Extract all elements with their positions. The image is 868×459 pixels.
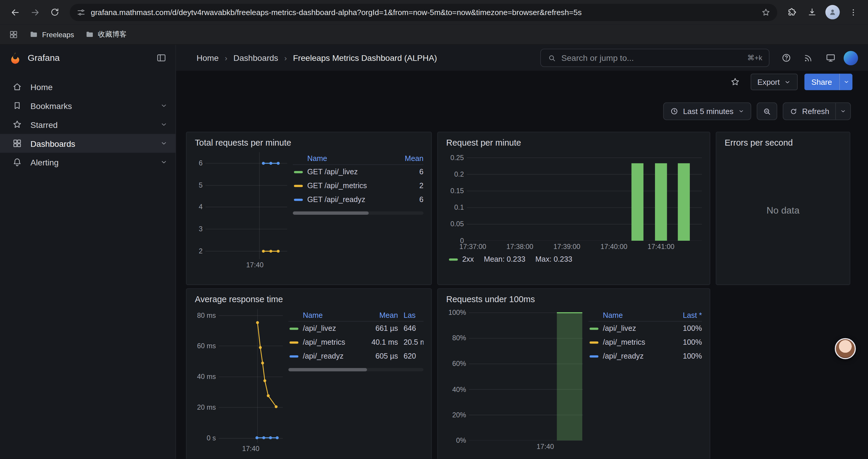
monitor-icon[interactable] (822, 49, 839, 67)
panel-request-per-minute: Request per minute 0.25 0.2 0.15 0.1 0.0… (437, 132, 710, 285)
legend-row[interactable]: GET /api/_livez 6 (293, 165, 423, 179)
x-tick: 17:37:00 (459, 243, 486, 251)
refresh-label: Refresh (802, 107, 829, 116)
bookmark-star-icon[interactable] (761, 7, 771, 17)
sidebar-nav: Home Bookmarks Starred Dashboards (0, 71, 176, 172)
y-tick: 0.1 (454, 204, 464, 211)
sidebar-item-label: Home (30, 82, 53, 92)
y-tick: 20 ms (197, 403, 216, 411)
site-settings-icon[interactable] (76, 7, 86, 17)
apps-grid-icon[interactable] (9, 30, 18, 39)
sidebar-item-bookmarks[interactable]: Bookmarks (0, 96, 176, 115)
legend-col-last: Last * (668, 311, 702, 319)
refresh-button[interactable]: Refresh (783, 103, 835, 120)
time-series-chart[interactable]: 17:40 (205, 152, 287, 259)
bookmark-freeleaps[interactable]: Freeleaps (29, 30, 74, 39)
share-button[interactable]: Share (804, 73, 839, 90)
scrollbar-thumb[interactable] (288, 368, 367, 371)
legend-scrollbar[interactable] (288, 368, 423, 371)
legend-item-2xx[interactable]: 2xx (448, 255, 474, 263)
scrollbar-thumb[interactable] (293, 211, 368, 215)
breadcrumb-home[interactable]: Home (196, 53, 219, 63)
downloads-icon[interactable] (803, 3, 822, 22)
refresh-interval-chevron[interactable] (835, 103, 850, 120)
bookmark-blog-folder[interactable]: 收藏博客 (85, 29, 127, 39)
panel-title: Errors per second (725, 138, 842, 148)
grafana-profile-avatar[interactable] (844, 51, 858, 65)
legend-table: Name Last * /api/_livez 100% /api/_metri… (589, 309, 702, 441)
browser-profile-avatar[interactable] (826, 5, 840, 20)
sidebar-item-starred[interactable]: Starred (0, 115, 176, 134)
series-last: 620 (398, 352, 423, 360)
news-rss-icon[interactable] (800, 49, 817, 67)
search-shortcut: ⌘+k (747, 54, 762, 62)
url-text: grafana.mathmast.com/d/deytv4rwavabkb/fr… (91, 8, 756, 17)
favorite-star-icon[interactable] (726, 73, 744, 91)
time-controls: Last 5 minutes Refresh (663, 102, 851, 120)
legend-row[interactable]: /api/_metrics 40.1 ms 20.5 m (288, 335, 423, 349)
y-tick: 0.05 (451, 220, 464, 228)
bookmark-icon (12, 101, 22, 111)
y-tick: 0.2 (454, 170, 464, 178)
share-label: Share (811, 77, 832, 86)
url-bar[interactable]: grafana.mathmast.com/d/deytv4rwavabkb/fr… (70, 4, 777, 21)
breadcrumb-dashboards[interactable]: Dashboards (234, 53, 278, 63)
sidebar-toggle-icon[interactable] (156, 53, 167, 63)
brand-row: Grafana (0, 45, 176, 71)
search-input[interactable]: Search or jump to... ⌘+k (540, 49, 770, 67)
sidebar-item-home[interactable]: Home (0, 77, 176, 96)
legend-row[interactable]: /api/_metrics 100% (589, 335, 702, 349)
legend-scrollbar[interactable] (293, 211, 423, 215)
legend-header[interactable]: Name Last * (589, 309, 702, 322)
time-series-chart[interactable]: 17:40 (219, 309, 283, 443)
refresh-split-button: Refresh (783, 102, 851, 120)
top-nav: Home › Dashboards › Freeleaps Metrics Da… (176, 45, 868, 71)
bar-chart[interactable]: 17:40 (469, 309, 583, 441)
time-range-picker[interactable]: Last 5 minutes (663, 102, 751, 120)
series-last: 100% (668, 352, 702, 360)
y-tick: 60 ms (197, 342, 216, 350)
y-tick: 0.15 (451, 187, 464, 195)
sidebar-item-alerting[interactable]: Alerting (0, 153, 176, 172)
legend-col-last: Las (398, 311, 423, 319)
panel-errors-per-second: Errors per second No data (716, 132, 850, 285)
legend-row[interactable]: /api/_readyz 100% (589, 349, 702, 363)
dashboard-canvas: Last 5 minutes Refresh (176, 93, 868, 459)
zoom-out-button[interactable] (756, 102, 777, 120)
series-last: 20.5 m (398, 338, 423, 347)
panel-title: Total requests per minute (195, 138, 424, 148)
bookmarks-bar: Freeleaps 收藏博客 (0, 24, 868, 44)
extensions-icon[interactable] (783, 3, 802, 22)
home-icon (12, 82, 22, 92)
brand-name: Grafana (28, 53, 150, 63)
legend-row[interactable]: GET /api/_metrics 2 (293, 179, 423, 193)
y-tick: 40 ms (197, 373, 216, 381)
export-button[interactable]: Export (751, 73, 797, 90)
y-axis: 80 ms 60 ms 40 ms 20 ms 0 s (194, 309, 219, 443)
legend-row[interactable]: GET /api/_readyz 6 (293, 193, 423, 206)
help-icon[interactable] (777, 49, 795, 67)
reload-button[interactable] (45, 3, 64, 22)
bar-chart[interactable]: 17:37:00 17:38:00 17:39:00 17:40:00 17:4… (467, 152, 702, 241)
floating-assistant-avatar[interactable] (835, 338, 856, 359)
panel-title: Requests under 100ms (446, 294, 702, 304)
legend-row[interactable]: /api/_readyz 605 µs 620 (288, 349, 423, 363)
legend-header[interactable]: Name Mean Las (288, 309, 423, 322)
series-swatch (590, 341, 598, 343)
chevron-down-icon (160, 158, 168, 166)
y-axis: 100% 80% 60% 40% 20% 0% (445, 309, 469, 441)
forward-button[interactable] (25, 3, 44, 22)
panel-average-response-time: Average response time 80 ms 60 ms 40 ms … (186, 288, 432, 459)
sidebar-item-dashboards[interactable]: Dashboards (0, 134, 176, 153)
legend-row[interactable]: /api/_livez 100% (589, 322, 702, 335)
legend-header[interactable]: Name Mean (293, 152, 423, 165)
series-swatch (294, 171, 303, 173)
browser-menu-icon[interactable] (844, 3, 863, 22)
series-mean: 661 µs (357, 324, 398, 333)
series-swatch (449, 258, 458, 260)
legend-row[interactable]: /api/_livez 661 µs 646 (288, 322, 423, 335)
back-button[interactable] (6, 3, 25, 22)
share-menu-chevron[interactable] (839, 73, 852, 90)
series-name: /api/_readyz (603, 352, 668, 360)
x-tick: 17:41:00 (648, 243, 675, 251)
